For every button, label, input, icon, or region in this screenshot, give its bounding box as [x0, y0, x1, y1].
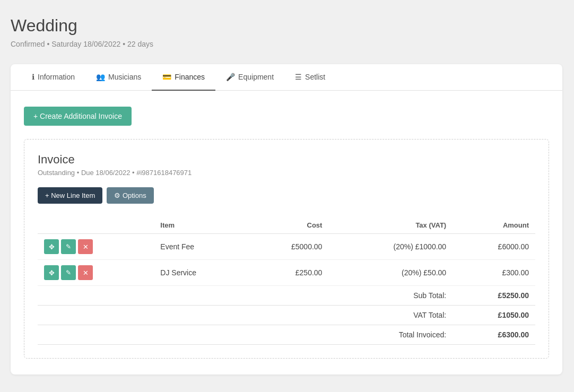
item-cost: £5000.00: [246, 234, 329, 260]
tab-setlist-label: Setlist: [305, 73, 325, 81]
item-tax: (20%) £50.00: [328, 260, 453, 286]
invoice-meta: Outstanding • Due 18/06/2022 • #i9871618…: [38, 169, 535, 177]
total-value: £6300.00: [453, 325, 535, 345]
tab-content: + Create Additional Invoice Invoice Outs…: [11, 91, 562, 374]
item-cost: £250.00: [246, 260, 329, 286]
col-tax: Tax (VAT): [328, 217, 453, 234]
musicians-icon: 👥: [96, 73, 105, 81]
create-invoice-button[interactable]: + Create Additional Invoice: [24, 107, 132, 126]
tab-finances[interactable]: 💳 Finances: [152, 64, 215, 91]
col-actions: [38, 217, 154, 234]
invoice-card: Invoice Outstanding • Due 18/06/2022 • #…: [24, 139, 549, 359]
col-cost: Cost: [246, 217, 329, 234]
tab-equipment[interactable]: 🎤 Equipment: [215, 64, 284, 91]
equipment-icon: 🎤: [226, 73, 235, 81]
delete-button[interactable]: ✕: [78, 239, 93, 254]
tab-information[interactable]: ℹ Information: [21, 64, 85, 91]
row-actions: ✥ ✎ ✕: [44, 265, 147, 280]
tab-information-label: Information: [38, 73, 75, 81]
new-line-item-button[interactable]: + New Line Item: [38, 187, 102, 204]
main-card: ℹ Information 👥 Musicians 💳 Finances 🎤 E…: [11, 64, 562, 374]
total-row: Total Invoiced: £6300.00: [38, 325, 535, 345]
invoice-actions: + New Line Item ⚙ Options: [38, 187, 535, 204]
tab-musicians[interactable]: 👥 Musicians: [85, 64, 152, 91]
tab-finances-label: Finances: [175, 73, 205, 81]
col-amount: Amount: [453, 217, 535, 234]
vat-label: VAT Total:: [328, 306, 453, 325]
info-icon: ℹ: [32, 73, 34, 81]
page-title: Wedding: [11, 16, 563, 36]
item-name: Event Fee: [154, 234, 246, 260]
subtotal-label: Sub Total:: [328, 286, 453, 306]
delete-button[interactable]: ✕: [78, 265, 93, 280]
edit-button[interactable]: ✎: [61, 239, 76, 254]
page-subtitle: Confirmed • Saturday 18/06/2022 • 22 day…: [11, 40, 563, 48]
subtotal-value: £5250.00: [453, 286, 535, 306]
item-amount: £300.00: [453, 260, 535, 286]
tabs-bar: ℹ Information 👥 Musicians 💳 Finances 🎤 E…: [11, 64, 562, 91]
table-row: ✥ ✎ ✕ DJ Service £250.00 (20%) £50.00 £3…: [38, 260, 535, 286]
item-name: DJ Service: [154, 260, 246, 286]
vat-value: £1050.00: [453, 306, 535, 325]
move-button[interactable]: ✥: [44, 239, 59, 254]
tab-equipment-label: Equipment: [238, 73, 274, 81]
item-tax: (20%) £1000.00: [328, 234, 453, 260]
tab-musicians-label: Musicians: [108, 73, 141, 81]
setlist-icon: ☰: [295, 73, 302, 81]
table-row: ✥ ✎ ✕ Event Fee £5000.00 (20%) £1000.00 …: [38, 234, 535, 260]
finances-icon: 💳: [162, 73, 171, 81]
col-item: Item: [154, 217, 246, 234]
subtotal-row: Sub Total: £5250.00: [38, 286, 535, 306]
total-label: Total Invoiced:: [328, 325, 453, 345]
vat-row: VAT Total: £1050.00: [38, 306, 535, 325]
tab-setlist[interactable]: ☰ Setlist: [284, 64, 336, 91]
edit-button[interactable]: ✎: [61, 265, 76, 280]
row-actions: ✥ ✎ ✕: [44, 239, 147, 254]
options-button[interactable]: ⚙ Options: [107, 187, 153, 204]
table-header-row: Item Cost Tax (VAT) Amount: [38, 217, 535, 234]
row-actions-cell: ✥ ✎ ✕: [38, 260, 154, 286]
invoice-title: Invoice: [38, 153, 535, 167]
invoice-table: Item Cost Tax (VAT) Amount ✥ ✎ ✕: [38, 217, 535, 345]
item-amount: £6000.00: [453, 234, 535, 260]
move-button[interactable]: ✥: [44, 265, 59, 280]
row-actions-cell: ✥ ✎ ✕: [38, 234, 154, 260]
